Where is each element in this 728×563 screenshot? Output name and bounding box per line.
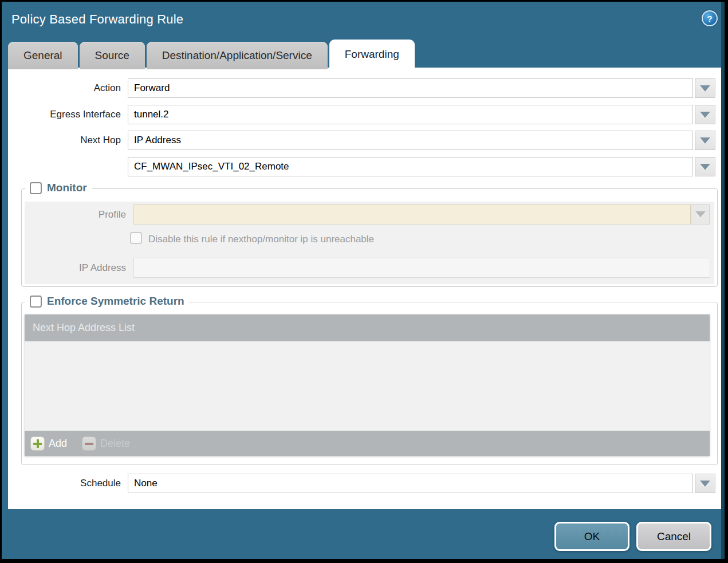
ok-button[interactable]: OK bbox=[554, 522, 629, 551]
help-glyph: ? bbox=[707, 14, 712, 23]
next-hop-label: Next Hop bbox=[8, 131, 121, 150]
profile-field bbox=[133, 204, 691, 225]
monitor-group: Monitor Profile Disable this rule if nex… bbox=[21, 188, 718, 287]
next-hop-address-list-header: Next Hop Address List bbox=[25, 314, 710, 341]
next-hop-address-field[interactable]: CF_MWAN_IPsec_VTI_02_Remote bbox=[128, 157, 693, 176]
monitor-legend-label: Monitor bbox=[47, 182, 87, 194]
pbf-rule-dialog: Policy Based Forwarding Rule ? General S… bbox=[2, 2, 725, 559]
tab-general[interactable]: General bbox=[8, 42, 78, 69]
tab-bar: General Source Destination/Application/S… bbox=[8, 39, 415, 69]
monitor-ip-address-field bbox=[133, 258, 710, 278]
chevron-down-icon bbox=[700, 85, 710, 92]
disable-rule-label: Disable this rule if nexthop/monitor ip … bbox=[148, 233, 374, 246]
enforce-legend: Enforce Symmetric Return bbox=[25, 295, 189, 308]
cancel-button[interactable]: Cancel bbox=[636, 522, 711, 551]
disable-rule-checkbox bbox=[130, 232, 142, 244]
profile-label: Profile bbox=[25, 204, 126, 225]
dialog-edge-shadow bbox=[721, 2, 725, 559]
tab-content-forwarding: Action Forward Egress Interface tunnel.2… bbox=[8, 68, 721, 509]
action-label: Action bbox=[8, 78, 121, 98]
chevron-down-icon bbox=[700, 164, 710, 170]
action-field[interactable]: Forward bbox=[128, 78, 693, 98]
chevron-down-icon bbox=[695, 211, 706, 218]
chevron-down-icon bbox=[700, 112, 710, 118]
plus-icon bbox=[30, 436, 45, 451]
next-hop-type-field[interactable]: IP Address bbox=[128, 131, 693, 150]
enforce-symmetric-return-checkbox[interactable] bbox=[30, 296, 42, 308]
dialog-title: Policy Based Forwarding Rule bbox=[11, 12, 183, 27]
help-icon[interactable]: ? bbox=[702, 10, 718, 26]
monitor-panel: Profile Disable this rule if nexthop/mon… bbox=[25, 202, 714, 284]
next-hop-address-table: Next Hop Address List Add Delete bbox=[25, 314, 710, 456]
minus-icon bbox=[82, 436, 96, 451]
monitor-ip-address-label: IP Address bbox=[25, 258, 126, 278]
schedule-label: Schedule bbox=[8, 474, 121, 493]
next-hop-address-list-toolbar: Add Delete bbox=[25, 431, 710, 456]
tab-source[interactable]: Source bbox=[80, 42, 145, 69]
action-dropdown-button[interactable] bbox=[695, 78, 715, 98]
next-hop-address-list-body[interactable] bbox=[25, 341, 710, 431]
enforce-symmetric-return-group: Enforce Symmetric Return Next Hop Addres… bbox=[21, 302, 718, 465]
egress-interface-label: Egress Interface bbox=[8, 105, 121, 124]
next-hop-type-dropdown-button[interactable] bbox=[695, 131, 715, 150]
dialog-title-bar: Policy Based Forwarding Rule ? bbox=[2, 2, 725, 38]
chevron-down-icon bbox=[700, 137, 710, 144]
add-button[interactable]: Add bbox=[30, 436, 67, 451]
delete-button: Delete bbox=[82, 436, 130, 451]
tab-destination-application-service[interactable]: Destination/Application/Service bbox=[147, 42, 328, 69]
egress-interface-field[interactable]: tunnel.2 bbox=[128, 105, 693, 124]
monitor-checkbox[interactable] bbox=[30, 182, 42, 194]
enforce-legend-label: Enforce Symmetric Return bbox=[47, 295, 184, 308]
next-hop-address-dropdown-button[interactable] bbox=[695, 157, 715, 176]
profile-dropdown-button bbox=[691, 204, 710, 225]
monitor-legend: Monitor bbox=[25, 182, 92, 194]
egress-interface-dropdown-button[interactable] bbox=[695, 105, 715, 124]
schedule-dropdown-button[interactable] bbox=[695, 474, 715, 493]
schedule-field[interactable]: None bbox=[128, 474, 693, 493]
tab-forwarding[interactable]: Forwarding bbox=[329, 40, 415, 69]
chevron-down-icon bbox=[700, 481, 710, 487]
